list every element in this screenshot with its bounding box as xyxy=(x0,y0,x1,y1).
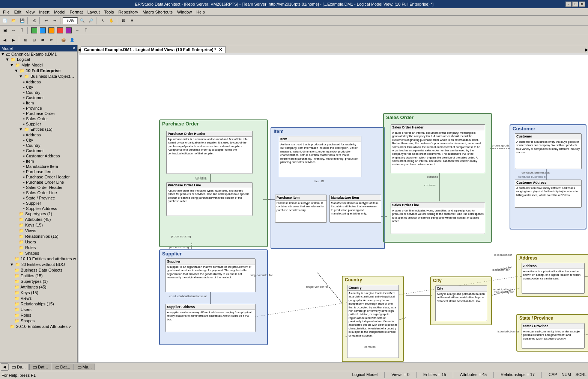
maximize-button[interactable]: □ xyxy=(572,2,578,7)
tree-item-46[interactable]: 📁 Relationships (15) xyxy=(0,301,77,307)
tree-item-34[interactable]: 📁 Relationships (15) xyxy=(0,234,77,239)
tree-item-9[interactable]: ▪ Item xyxy=(0,100,77,106)
menu-item-model[interactable]: Model xyxy=(52,9,68,15)
tree-item-0[interactable]: ▼ 🗃 Canonical Example.DM1 xyxy=(0,51,77,57)
tree-item-44[interactable]: 📁 Keys (15) xyxy=(0,290,77,296)
tree-item-17[interactable]: ▪ Country xyxy=(0,143,77,148)
tree-item-39[interactable]: ▼ 📁 20 Entities without BDO xyxy=(0,262,77,267)
compare-btn[interactable]: ⇄ xyxy=(39,36,47,44)
tree-item-1[interactable]: ▼ 📁 Logical xyxy=(0,57,77,62)
print-btn[interactable]: 🖨 xyxy=(30,17,38,25)
item-entity[interactable]: Item An item is a good that is produced … xyxy=(279,136,361,177)
tree-item-16[interactable]: ▪ City xyxy=(0,137,77,143)
manufacture-item-entity[interactable]: Manufacture Item Manufacture item is a s… xyxy=(329,195,381,223)
tree-item-41[interactable]: 📁 Entities (15) xyxy=(0,273,77,279)
menu-item-tools[interactable]: Tools xyxy=(102,9,116,15)
minimize-button[interactable]: − xyxy=(565,2,571,7)
sync-btn[interactable]: ⟳ xyxy=(47,36,56,44)
tree-item-31[interactable]: 📁 Attributes (45) xyxy=(0,217,77,222)
tree-item-6[interactable]: ▪ City xyxy=(0,85,77,90)
tree-item-30[interactable]: 📁 Supertypes (1) xyxy=(0,211,77,217)
tree-item-43[interactable]: 📁 Attributes (45) xyxy=(0,284,77,290)
po-line-entity[interactable]: Purchase Order Line A purchase order lin… xyxy=(166,182,253,216)
tree-item-20[interactable]: ▪ Item xyxy=(0,159,77,164)
color-btn[interactable] xyxy=(31,27,37,33)
tab-scroll-right[interactable]: ▶ xyxy=(585,46,588,53)
tree-item-35[interactable]: 📁 Users xyxy=(0,239,77,245)
pointer-btn[interactable]: ↖ xyxy=(99,17,107,25)
pan-btn[interactable]: ✋ xyxy=(107,17,116,25)
color3-btn[interactable] xyxy=(48,27,54,33)
bottom-tab-0[interactable]: 🗃Da... xyxy=(8,364,29,370)
tree-item-33[interactable]: 📁 Views xyxy=(0,228,77,234)
add-text-btn[interactable]: T xyxy=(18,26,26,35)
tab-scroll-left[interactable]: ◀ xyxy=(78,46,81,53)
redo-btn[interactable]: ↪ xyxy=(51,17,59,25)
tree-item-11[interactable]: ▪ Purchase Order xyxy=(0,111,77,116)
supplier-entity[interactable]: Supplier A supplier is an organization t… xyxy=(165,258,256,292)
customer-address-entity[interactable]: Customer Address A customer can have man… xyxy=(515,180,582,208)
close-button[interactable]: ✕ xyxy=(579,2,585,7)
menu-item-insert[interactable]: Insert xyxy=(37,9,52,15)
tree-item-15[interactable]: ▪ Address xyxy=(0,132,77,137)
tree-item-10[interactable]: ▪ Province xyxy=(0,106,77,111)
tree-item-42[interactable]: 📁 Supertypes (1) xyxy=(0,279,77,284)
tree-item-13[interactable]: ▪ Supplier xyxy=(0,121,77,127)
tree-item-37[interactable]: 📁 Shapes xyxy=(0,251,77,256)
arrow-btn[interactable]: → xyxy=(73,26,81,35)
tree-item-4[interactable]: ▼ 📁 Business Data Objects (9) xyxy=(0,74,77,79)
tree-item-36[interactable]: 📁 Roles xyxy=(0,245,77,251)
tab-scroll-left-bottom[interactable]: ◀ xyxy=(1,363,8,371)
tree-item-8[interactable]: ▪ Customer xyxy=(0,95,77,100)
db-icon-2[interactable]: ⊟ xyxy=(30,36,38,44)
menu-item-file[interactable]: File xyxy=(1,9,12,15)
tree-item-12[interactable]: ▪ Sales Order xyxy=(0,116,77,121)
purchase-item-entity[interactable]: Purchase Item Purchase item is a subtype… xyxy=(275,195,327,223)
tree-item-2[interactable]: ▼ 📁 Main Model xyxy=(0,62,77,68)
panel-close-icon[interactable]: ✕ xyxy=(72,46,75,51)
tree-item-40[interactable]: 📁 Business Data Objects xyxy=(0,267,77,273)
color5-btn[interactable] xyxy=(66,27,72,33)
add-entity-btn[interactable]: ▣ xyxy=(1,26,9,35)
align-btn[interactable]: ≡ xyxy=(128,17,136,25)
nav-back-btn[interactable]: ◀ xyxy=(1,36,9,44)
tree-item-38[interactable]: 📁 10.10 Entities and attributes w xyxy=(0,256,77,262)
menu-item-layout[interactable]: Layout xyxy=(85,9,102,15)
add-rel-btn[interactable]: ↔ xyxy=(9,26,18,35)
customer-entity[interactable]: Customer A customer is a business entity… xyxy=(515,133,582,169)
menu-item-help[interactable]: Help xyxy=(194,9,207,15)
tree-item-47[interactable]: 📁 Users xyxy=(0,307,77,313)
tree-item-22[interactable]: ▪ Purchase Item xyxy=(0,169,77,174)
tree-item-21[interactable]: ▪ Manufacture Item xyxy=(0,164,77,169)
fit-btn[interactable]: ⊡ xyxy=(119,17,128,25)
note-btn[interactable]: T xyxy=(82,26,90,35)
menu-item-window[interactable]: Window xyxy=(175,9,194,15)
bottom-tab-1[interactable]: 🗃Dat... xyxy=(29,364,51,370)
tree-item-50[interactable]: 📁 20.10 Entities and Attributes v xyxy=(0,324,77,329)
bottom-tab-2[interactable]: 🗃Dat... xyxy=(52,364,74,370)
menu-item-macro shortcuts[interactable]: Macro Shortcuts xyxy=(140,9,175,15)
undo-btn[interactable]: ↩ xyxy=(42,17,50,25)
tree-item-27[interactable]: ▪ State / Province xyxy=(0,195,77,201)
tree-item-49[interactable]: 📁 Shapes xyxy=(0,318,77,324)
canvas-tab-main[interactable]: Canonical Example.DM1 - Logical Model Vi… xyxy=(81,46,226,53)
tree-item-26[interactable]: ▪ Sales Order Line xyxy=(0,190,77,195)
tree-item-48[interactable]: 📁 Roles xyxy=(0,313,77,318)
menu-item-format[interactable]: Format xyxy=(68,9,85,15)
zoom-input[interactable] xyxy=(63,17,78,24)
canvas-scroll-wrapper[interactable]: contains contains Item ID procures using… xyxy=(78,53,588,362)
address-entity[interactable]: Address An address is a physical locatio… xyxy=(522,263,585,294)
tree-item-18[interactable]: ▪ Customer xyxy=(0,148,77,153)
tree-item-3[interactable]: ▼ 📁 10 Full Enterprise xyxy=(0,68,77,74)
tree-item-32[interactable]: 📁 Keys (15) xyxy=(0,222,77,228)
so-line-entity[interactable]: Sales Order Line A sales order line indi… xyxy=(391,202,485,234)
city-entity[interactable]: City A city is a large and permanent hum… xyxy=(435,285,487,321)
so-header-entity[interactable]: Sales Order Header A sales order is an i… xyxy=(391,124,485,173)
save-btn[interactable]: 💾 xyxy=(18,17,26,25)
menu-item-view[interactable]: View xyxy=(24,9,37,15)
user-btn[interactable]: 👤 xyxy=(68,36,76,44)
tree-item-23[interactable]: ▪ Purchase Order Header xyxy=(0,174,77,180)
bottom-tab-3[interactable]: 🗃Ma... xyxy=(74,364,95,370)
province-entity[interactable]: State / Province An organised community … xyxy=(522,323,585,349)
open-btn[interactable]: 📂 xyxy=(9,17,18,25)
